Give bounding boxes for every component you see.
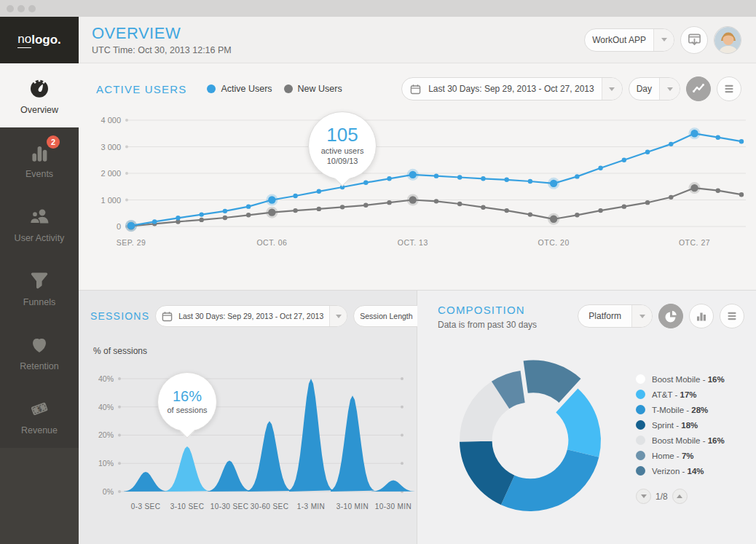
export-icon bbox=[687, 32, 702, 47]
users-icon bbox=[26, 205, 52, 228]
composition-legend-item[interactable]: AT&T - 17% bbox=[636, 387, 725, 402]
sessions-ylabel: % of sessions bbox=[93, 346, 417, 356]
chevron-down-icon[interactable] bbox=[631, 305, 652, 327]
donut-slice-at-t[interactable] bbox=[556, 388, 601, 457]
sidebar-item-user-activity[interactable]: User Activity bbox=[0, 192, 79, 256]
date-range-select[interactable]: Last 30 Days: Sep 29, 2013 - Oct 27, 201… bbox=[401, 77, 622, 100]
menu-icon bbox=[725, 310, 739, 323]
app-window: nologo. OVERVIEW UTC Time: Oct 30, 2013 … bbox=[0, 0, 756, 544]
tooltip-value: 16% bbox=[173, 388, 202, 405]
donut-slice-t-mobile[interactable] bbox=[501, 449, 599, 511]
composition-legend-item[interactable]: Home - 7% bbox=[636, 448, 725, 463]
sidebar-item-funnels[interactable]: Funnels bbox=[0, 256, 79, 320]
sidebar-item-label: Overview bbox=[20, 105, 58, 115]
composition-legend-item[interactable]: Boost Mobile - 16% bbox=[636, 433, 725, 448]
chevron-down-icon[interactable] bbox=[659, 78, 680, 100]
export-button[interactable] bbox=[680, 26, 708, 54]
sidebar-item-label: User Activity bbox=[15, 233, 65, 243]
tooltip-date: 10/09/13 bbox=[327, 156, 358, 166]
legend-dot-icon bbox=[636, 435, 645, 445]
composition-panel: COMPOSITION Data is from past 30 days Pl… bbox=[417, 291, 756, 544]
legend-dot-icon bbox=[636, 405, 645, 414]
legend-label: AT&T - 17% bbox=[652, 390, 697, 399]
composition-legend-item[interactable]: Verizon - 14% bbox=[636, 463, 725, 478]
legend-item[interactable]: New Users bbox=[284, 84, 342, 94]
legend-label: Sprint - 18% bbox=[652, 421, 698, 430]
svg-text:SEP. 29: SEP. 29 bbox=[117, 238, 146, 247]
sessions-tooltip: 16% of sessions bbox=[157, 372, 217, 432]
legend-dot-icon bbox=[207, 84, 216, 93]
composition-title: COMPOSITION bbox=[438, 304, 537, 316]
line-view-button[interactable] bbox=[686, 76, 711, 101]
legend-dot-icon bbox=[636, 374, 645, 384]
topbar: nologo. OVERVIEW UTC Time: Oct 30, 2013 … bbox=[0, 17, 756, 63]
composition-legend-item[interactable]: Sprint - 18% bbox=[636, 417, 725, 433]
svg-text:OCT. 13: OCT. 13 bbox=[398, 238, 428, 247]
composition-legend: Boost Mobile - 16%AT&T - 17%T-Mobile - 2… bbox=[636, 371, 725, 478]
avatar[interactable] bbox=[714, 26, 741, 54]
line-chart-svg[interactable]: 4 0003 0002 0001 0000SEP. 29OCT. 06OCT. … bbox=[79, 101, 756, 277]
window-dot[interactable] bbox=[28, 5, 36, 12]
logo-suffix: logo. bbox=[31, 33, 61, 47]
donut-chart-svg[interactable] bbox=[432, 331, 636, 543]
utc-time: UTC Time: Oct 30, 2013 12:16 PM bbox=[92, 45, 232, 55]
sidebar-item-label: Funnels bbox=[23, 297, 55, 307]
legend-item[interactable]: Active Users bbox=[207, 84, 272, 94]
legend-label: T-Mobile - 28% bbox=[652, 406, 708, 414]
sidebar-item-retention[interactable]: Retention bbox=[0, 320, 79, 384]
chevron-down-icon[interactable] bbox=[602, 78, 622, 100]
chevron-down-icon[interactable] bbox=[653, 29, 674, 51]
gauge-icon bbox=[26, 76, 52, 100]
chevron-down-icon[interactable] bbox=[329, 306, 347, 326]
triangle-down-icon bbox=[641, 494, 647, 498]
composition-legend-item[interactable]: Boost Mobile - 16% bbox=[636, 371, 725, 387]
sessions-chart-svg[interactable]: 40%40%20%10%0%0-3 SEC3-10 SEC10-30 SEC30… bbox=[79, 356, 417, 525]
pager-up-button[interactable] bbox=[672, 489, 688, 504]
sidebar-footer bbox=[0, 448, 79, 544]
sidebar-item-overview[interactable]: Overview bbox=[0, 63, 79, 127]
svg-text:0-3 SEC: 0-3 SEC bbox=[131, 502, 161, 511]
legend-label: Boost Mobile - 16% bbox=[652, 375, 725, 384]
composition-legend-item[interactable]: T-Mobile - 28% bbox=[636, 402, 725, 417]
tooltip-value: 105 bbox=[326, 125, 358, 146]
sidebar-item-label: Retention bbox=[20, 361, 59, 371]
sidebar-item-label: Revenue bbox=[21, 425, 58, 435]
legend-dot-icon bbox=[636, 420, 645, 430]
svg-text:0: 0 bbox=[117, 222, 121, 231]
active-users-panel: ACTIVE USERS Active UsersNew Users Last … bbox=[79, 63, 756, 291]
comp-list-view-button[interactable] bbox=[720, 304, 744, 328]
legend-label: New Users bbox=[298, 84, 342, 94]
svg-text:10-30 MIN: 10-30 MIN bbox=[375, 502, 412, 511]
legend-label: Active Users bbox=[221, 84, 272, 94]
sessions-date-range-select[interactable]: Last 30 Days: Sep 29, 2013 - Oct 27, 201… bbox=[155, 305, 347, 327]
main-content: ACTIVE USERS Active UsersNew Users Last … bbox=[79, 63, 756, 544]
bar-view-button[interactable] bbox=[689, 304, 714, 328]
app-selector-value: WorkOut APP bbox=[585, 35, 653, 45]
pager-down-button[interactable] bbox=[636, 489, 651, 504]
triangle-up-icon bbox=[677, 494, 682, 498]
legend-label: Boost Mobile - 16% bbox=[652, 436, 725, 445]
page-heading: OVERVIEW UTC Time: Oct 30, 2013 12:16 PM bbox=[92, 24, 232, 55]
legend-dot-icon bbox=[636, 466, 645, 476]
legend-dot-icon bbox=[636, 451, 645, 460]
list-view-button[interactable] bbox=[717, 76, 741, 101]
sidebar-item-events[interactable]: 2Events bbox=[0, 127, 79, 192]
granularity-value: Day bbox=[629, 84, 659, 94]
window-dot[interactable] bbox=[7, 5, 14, 12]
active-users-chart: 4 0003 0002 0001 0000SEP. 29OCT. 06OCT. … bbox=[79, 101, 756, 277]
svg-text:1-3 MIN: 1-3 MIN bbox=[297, 502, 325, 511]
app-selector[interactable]: WorkOut APP bbox=[584, 28, 674, 52]
logo[interactable]: nologo. bbox=[0, 17, 79, 63]
pager-label: 1/8 bbox=[655, 492, 668, 502]
page-title: OVERVIEW bbox=[92, 24, 232, 43]
sidebar-item-revenue[interactable]: $Revenue bbox=[0, 384, 79, 448]
granularity-select[interactable]: Day bbox=[629, 77, 680, 100]
platform-select[interactable]: Platform bbox=[578, 304, 653, 328]
composition-subtitle: Data is from past 30 days bbox=[438, 320, 537, 330]
svg-text:10-30 SEC: 10-30 SEC bbox=[210, 502, 249, 511]
pie-view-button[interactable] bbox=[658, 304, 683, 328]
sessions-metric-value: Session Length bbox=[354, 312, 418, 320]
svg-text:1 000: 1 000 bbox=[101, 196, 121, 205]
legend-label: Home - 7% bbox=[652, 452, 694, 460]
window-dot[interactable] bbox=[17, 5, 25, 12]
